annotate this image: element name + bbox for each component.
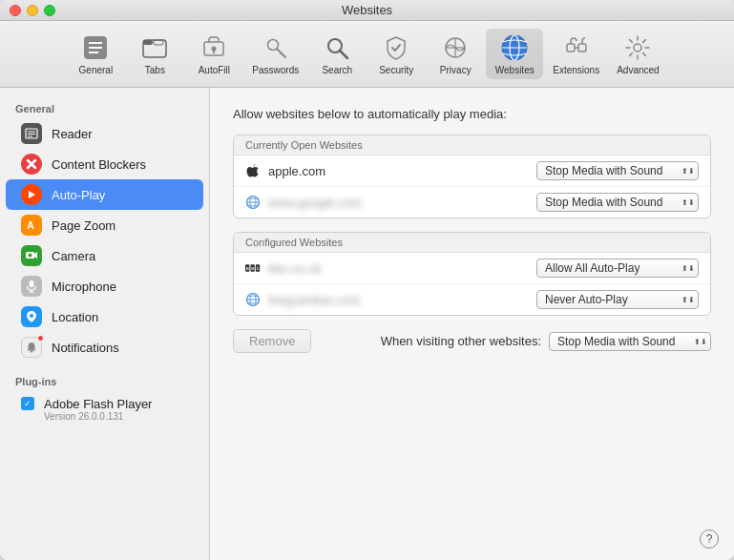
site-apple: apple.com [268, 164, 536, 178]
table-row: theguardian.com Allow All Auto-Play Stop… [234, 284, 710, 315]
configured-table: Configured Websites B B C bbc.co.uk [233, 232, 711, 316]
sidebar-general-section: General [0, 97, 209, 118]
flash-version: Version 26.0.0.131 [44, 411, 152, 422]
toolbar-extensions[interactable]: Extensions [545, 29, 607, 79]
maximize-button[interactable] [44, 5, 55, 16]
sidebar-microphone-label: Microphone [52, 280, 116, 294]
svg-marker-32 [29, 191, 35, 198]
sidebar-item-microphone[interactable]: Microphone [6, 271, 203, 301]
traffic-lights [10, 5, 55, 16]
flash-checkbox[interactable]: ✓ [21, 397, 34, 410]
svg-rect-37 [30, 280, 34, 287]
help-button[interactable]: ? [700, 529, 719, 549]
svg-marker-35 [34, 252, 37, 259]
svg-line-14 [340, 51, 347, 58]
toolbar-general[interactable]: General [67, 29, 124, 79]
svg-text:B: B [246, 266, 249, 271]
currently-open-table: Currently Open Websites apple.com Stop [233, 135, 711, 218]
google-select-wrapper: Stop Media with Sound Allow All Auto-Pla… [536, 193, 699, 212]
sidebar-item-notifications[interactable]: Notifications [6, 332, 203, 363]
sidebar-auto-play-label: Auto-Play [52, 188, 105, 202]
other-websites-control: When visiting other websites: Stop Media… [381, 332, 711, 351]
microphone-icon [21, 276, 42, 297]
guardian-autoplay-select[interactable]: Allow All Auto-Play Stop Media with Soun… [536, 290, 699, 309]
guardian-select-wrapper: Allow All Auto-Play Stop Media with Soun… [536, 290, 699, 309]
notifications-icon [21, 337, 42, 358]
toolbar: General Tabs Au [0, 21, 734, 88]
sidebar-item-content-blockers[interactable]: Content Blockers [6, 149, 203, 179]
google-autoplay-select[interactable]: Stop Media with Sound Allow All Auto-Pla… [536, 193, 699, 212]
site-bbc: bbc.co.uk [268, 261, 536, 276]
general-icon [80, 32, 111, 63]
sidebar-item-auto-play[interactable]: Auto-Play [6, 179, 203, 210]
table-row: B B C bbc.co.uk Allow All Auto-Play S [234, 253, 710, 284]
toolbar-tabs[interactable]: Tabs [126, 29, 183, 79]
svg-point-40 [30, 314, 33, 318]
site-google: www.google.com [268, 196, 536, 210]
sidebar-item-location[interactable]: Location [6, 301, 203, 332]
currently-open-header: Currently Open Websites [234, 135, 710, 156]
svg-rect-23 [578, 44, 586, 52]
security-icon [381, 32, 411, 63]
tabs-icon [139, 32, 170, 63]
content-area: Allow websites below to automatically pl… [210, 88, 734, 560]
svg-rect-22 [567, 44, 575, 52]
toolbar-autofill[interactable]: AutoFill [185, 29, 242, 79]
sidebar-item-page-zoom[interactable]: A Page Zoom [6, 210, 203, 240]
toolbar-advanced-label: Advanced [617, 65, 659, 75]
sidebar-item-reader[interactable]: Reader [6, 118, 203, 149]
toolbar-advanced[interactable]: Advanced [609, 29, 666, 79]
close-button[interactable] [10, 5, 21, 16]
sidebar-page-zoom-label: Page Zoom [52, 218, 115, 233]
advanced-icon [622, 32, 653, 63]
apple-select-wrapper: Stop Media with Sound Allow All Auto-Pla… [536, 161, 699, 180]
remove-button[interactable]: Remove [233, 329, 311, 353]
svg-rect-9 [213, 51, 215, 53]
configured-header: Configured Websites [234, 233, 710, 253]
main-window: Websites General [0, 0, 734, 560]
sidebar-item-camera[interactable]: Camera [6, 240, 203, 271]
toolbar-websites[interactable]: Websites [486, 29, 543, 79]
minimize-button[interactable] [27, 5, 38, 16]
toolbar-passwords[interactable]: Passwords [244, 29, 306, 79]
sidebar: General Reader [0, 88, 210, 560]
other-websites-select[interactable]: Stop Media with Sound Allow All Auto-Pla… [549, 332, 711, 351]
main-content: General Reader [0, 88, 734, 560]
svg-rect-1 [89, 42, 102, 44]
globe2-icon [245, 292, 261, 307]
camera-icon [21, 245, 42, 266]
toolbar-security[interactable]: Security [367, 29, 425, 79]
location-icon [21, 306, 42, 327]
svg-point-24 [634, 44, 641, 52]
bbc-autoplay-select[interactable]: Allow All Auto-Play Stop Media with Soun… [536, 259, 699, 278]
table-row: apple.com Stop Media with Sound Allow Al… [234, 156, 710, 187]
privacy-icon [440, 32, 471, 63]
svg-rect-3 [89, 52, 98, 53]
bottom-controls: Remove When visiting other websites: Sto… [233, 329, 711, 353]
page-zoom-icon: A [21, 215, 42, 236]
site-guardian: theguardian.com [268, 293, 536, 307]
titlebar: Websites [0, 0, 734, 21]
toolbar-search[interactable]: Search [308, 29, 366, 79]
window-title: Websites [342, 3, 392, 17]
sidebar-camera-label: Camera [52, 249, 95, 263]
sidebar-reader-label: Reader [52, 127, 93, 141]
content-blockers-icon [21, 154, 42, 175]
svg-rect-2 [89, 47, 102, 49]
toolbar-websites-label: Websites [495, 65, 535, 75]
autofill-icon [199, 32, 229, 63]
sidebar-plugins-section: Plug-ins [0, 370, 209, 391]
sidebar-item-flash[interactable]: ✓ Adobe Flash Player Version 26.0.0.131 [6, 391, 203, 427]
toolbar-extensions-label: Extensions [553, 65, 599, 75]
toolbar-privacy[interactable]: Privacy [427, 29, 484, 79]
svg-text:A: A [27, 219, 34, 231]
toolbar-passwords-label: Passwords [252, 65, 299, 75]
bbc-icon: B B C [245, 260, 261, 276]
other-websites-label: When visiting other websites: [381, 334, 541, 348]
svg-text:B: B [251, 266, 254, 271]
apple-autoplay-select[interactable]: Stop Media with Sound Allow All Auto-Pla… [536, 161, 699, 180]
reader-icon [21, 123, 42, 144]
table-row: www.google.com Stop Media with Sound All… [234, 187, 710, 218]
sidebar-notifications-label: Notifications [52, 341, 119, 355]
bbc-select-wrapper: Allow All Auto-Play Stop Media with Soun… [536, 259, 699, 278]
